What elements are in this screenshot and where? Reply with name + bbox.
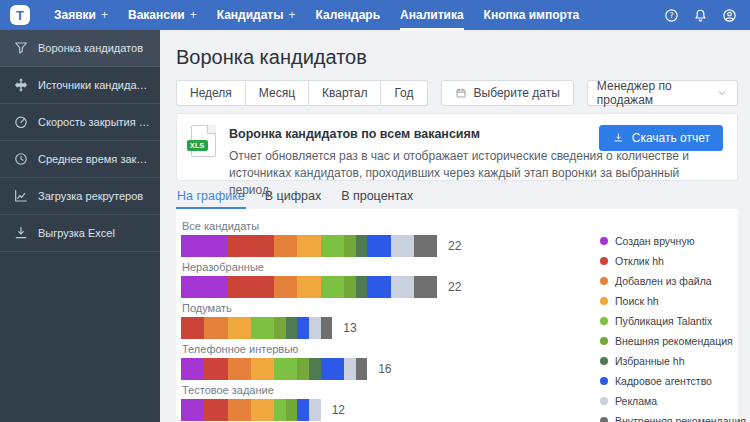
period-button-2[interactable]: Месяц <box>246 80 309 106</box>
top-navbar: T Заявки+Вакансии+Кандидаты+КалендарьАна… <box>0 0 750 30</box>
filter-bar: НеделяМесяцКварталГод Выберите даты Мене… <box>176 80 738 106</box>
bar-segment <box>321 358 344 380</box>
bar-segment <box>181 276 228 298</box>
bar-segment <box>228 399 251 421</box>
gauge-icon <box>13 114 29 130</box>
bar-segment <box>181 399 204 421</box>
help-icon[interactable]: ? <box>663 7 680 24</box>
chart-row: Тестовое задание12 <box>181 385 600 421</box>
bar-segment <box>251 317 274 339</box>
chart-bar-line: 22 <box>181 276 600 298</box>
bar-segment <box>228 358 251 380</box>
chart-row: Подумать13 <box>181 303 600 339</box>
bar-segment <box>274 276 297 298</box>
bar-segment <box>274 399 286 421</box>
nav-item-5[interactable]: Аналитика <box>390 0 474 30</box>
bar-segment <box>204 358 227 380</box>
profile-icon[interactable] <box>721 7 738 24</box>
chart-row-label: Тестовое задание <box>182 385 600 396</box>
legend-item: Отклик hh <box>600 251 728 271</box>
bar-segment <box>391 235 414 257</box>
nav-item-label: Календарь <box>316 8 381 22</box>
choose-dates-label: Выберите даты <box>474 81 560 105</box>
nav-item-6[interactable]: Кнопка импорта <box>474 0 590 30</box>
bar-segment <box>344 358 356 380</box>
sidebar-item-label: Скорость закрытия вакансий <box>38 116 150 128</box>
legend-item: Добавлен из файла <box>600 271 728 291</box>
stacked-bar <box>181 358 367 380</box>
sidebar-item-1[interactable]: Воронка кандидатов <box>0 30 160 67</box>
bell-icon[interactable] <box>692 7 709 24</box>
legend-item: Публикация Talantix <box>600 311 728 331</box>
legend-item: Поиск hh <box>600 291 728 311</box>
legend-dot-icon <box>600 397 608 405</box>
sidebar-item-label: Загрузка рекрутеров <box>38 190 143 202</box>
move-icon <box>13 77 29 93</box>
sidebar: Воронка кандидатовИсточники кандидатовСк… <box>0 30 160 422</box>
legend-item: Избранные hh <box>600 351 728 371</box>
legend-dot-icon <box>600 277 608 285</box>
stacked-bar <box>181 399 321 421</box>
bar-segment <box>356 358 368 380</box>
manager-select[interactable]: Менеджер по продажам <box>587 80 738 106</box>
bar-segment <box>321 276 344 298</box>
choose-dates-button[interactable]: Выберите даты <box>441 80 574 106</box>
navbar-icons: ? <box>663 7 742 24</box>
bar-segment <box>297 399 309 421</box>
nav-item-label: Кандидаты <box>217 8 284 22</box>
bar-segment <box>297 358 309 380</box>
legend-dot-icon <box>600 297 608 305</box>
page-title: Воронка кандидатов <box>176 46 738 69</box>
plus-icon[interactable]: + <box>190 8 197 22</box>
bar-segment <box>367 235 390 257</box>
talantix-logo-icon[interactable]: T <box>10 5 30 25</box>
funnel-icon <box>13 40 29 56</box>
bar-segment <box>297 317 309 339</box>
bar-segment <box>344 276 356 298</box>
legend-dot-icon <box>600 257 608 265</box>
nav-item-label: Аналитика <box>400 8 464 22</box>
download-report-button[interactable]: Скачать отчет <box>599 125 723 151</box>
bar-segment <box>251 399 274 421</box>
sidebar-item-2[interactable]: Источники кандидатов <box>0 67 160 104</box>
period-button-4[interactable]: Год <box>381 80 427 106</box>
bar-value: 22 <box>448 239 461 253</box>
bar-segment <box>321 317 333 339</box>
sidebar-item-4[interactable]: Среднее время закрытия в... <box>0 141 160 178</box>
main-content: Воронка кандидатов НеделяМесяцКварталГод… <box>160 30 750 422</box>
nav-item-3[interactable]: Кандидаты+ <box>207 0 306 30</box>
bar-value: 12 <box>332 403 345 417</box>
bar-segment <box>181 317 204 339</box>
bar-segment <box>344 235 356 257</box>
nav-item-1[interactable]: Заявки+ <box>44 0 118 30</box>
sidebar-item-label: Выгрузка Excel <box>38 227 115 239</box>
bar-segment <box>228 317 251 339</box>
legend-label: Публикация Talantix <box>615 315 712 327</box>
chart-panel: Все кандидаты22Неразобранные22Подумать13… <box>176 209 738 422</box>
bar-segment <box>251 358 274 380</box>
stacked-bar <box>181 276 437 298</box>
chart-row: Неразобранные22 <box>181 262 600 298</box>
plus-icon[interactable]: + <box>289 8 296 22</box>
legend-item: Создан вручную <box>600 231 728 251</box>
period-button-1[interactable]: Неделя <box>176 80 246 106</box>
chart-bar-line: 12 <box>181 399 600 421</box>
bar-segment <box>309 399 321 421</box>
sidebar-item-5[interactable]: Загрузка рекрутеров <box>0 178 160 215</box>
chart-row: Телефонное интервью16 <box>181 344 600 380</box>
download-icon <box>612 132 625 145</box>
legend-label: Отклик hh <box>615 255 664 267</box>
sidebar-item-label: Среднее время закрытия в... <box>38 153 150 165</box>
legend-label: Создан вручную <box>615 235 695 247</box>
plus-icon[interactable]: + <box>101 8 108 22</box>
sidebar-item-3[interactable]: Скорость закрытия вакансий <box>0 104 160 141</box>
period-button-3[interactable]: Квартал <box>309 80 381 106</box>
bar-segment <box>181 358 204 380</box>
calendar-icon <box>455 87 467 99</box>
nav-item-4[interactable]: Календарь <box>306 0 391 30</box>
sidebar-item-6[interactable]: Выгрузка Excel <box>0 215 160 252</box>
report-card-description: Отчет обновляется раз в час и отображает… <box>229 148 699 199</box>
sidebar-item-label: Источники кандидатов <box>38 79 150 91</box>
legend-item: Внешняя рекомендация <box>600 331 728 351</box>
nav-item-2[interactable]: Вакансии+ <box>118 0 207 30</box>
